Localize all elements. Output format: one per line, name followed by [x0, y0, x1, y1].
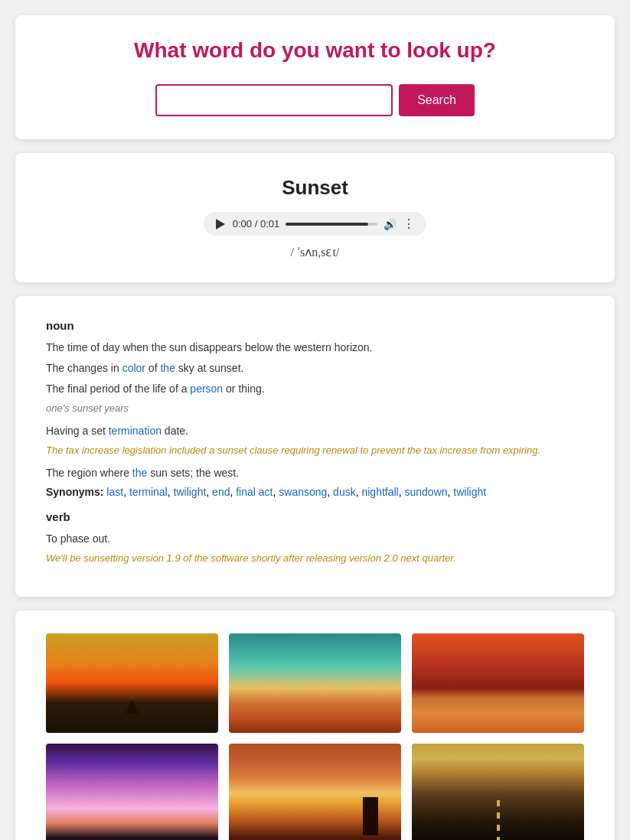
definition-1: The time of day when the sun disappears … [46, 340, 584, 356]
audio-time: 0:00 / 0:01 [233, 218, 279, 230]
definition-3: The final period of the life of a person… [46, 381, 584, 397]
synonym-nightfall[interactable]: nightfall [361, 486, 398, 498]
sunset-image-5 [229, 744, 401, 840]
noun-label: noun [46, 319, 584, 332]
progress-fill [286, 223, 368, 226]
volume-icon[interactable]: 🔊 [384, 218, 397, 230]
search-row: Search [46, 84, 584, 116]
sunset-image-2 [229, 633, 401, 733]
definitions-card: noun The time of day when the sun disapp… [15, 296, 615, 597]
search-title: What word do you want to look up? [46, 38, 584, 63]
synonym-list: last, terminal, twilight, end, final act… [106, 486, 486, 498]
synonym-sundown[interactable]: sundown [405, 486, 448, 498]
synonyms-row: Synonyms: last, terminal, twilight, end,… [46, 486, 584, 498]
verb-definition-1: To phase out. [46, 531, 584, 547]
play-icon [216, 219, 225, 230]
highlight-the: the [132, 467, 147, 479]
play-button[interactable] [214, 218, 227, 230]
search-button[interactable]: Search [399, 84, 475, 116]
synonym-swansong[interactable]: swansong [279, 486, 327, 498]
sunset-image-1 [46, 633, 218, 733]
synonym-last[interactable]: last [106, 486, 123, 498]
pronunciation: / ˈsʌnˌsɛt/ [46, 245, 584, 259]
highlight-color: color [122, 362, 145, 374]
more-options-icon[interactable]: ⋮ [403, 217, 416, 231]
word-card: Sunset 0:00 / 0:01 🔊 ⋮ / ˈsʌnˌsɛt/ [15, 153, 615, 282]
word-title: Sunset [46, 176, 584, 200]
search-input[interactable] [155, 84, 393, 116]
definition-2: The changes in color of the sky at sunse… [46, 360, 584, 376]
synonym-final-act[interactable]: final act [236, 486, 273, 498]
definition-4: Having a set termination date. [46, 423, 584, 439]
audio-player: 0:00 / 0:01 🔊 ⋮ [46, 212, 584, 236]
verb-label: verb [46, 510, 584, 523]
synonym-twilight-2[interactable]: twilight [453, 486, 486, 498]
definition-5: The region where the sun sets; the west. [46, 465, 584, 481]
synonym-terminal[interactable]: terminal [129, 486, 168, 498]
synonym-end[interactable]: end [212, 486, 230, 498]
sunset-image-4 [46, 744, 218, 840]
search-card: What word do you want to look up? Search [15, 15, 615, 139]
synonyms-label: Synonyms: [46, 486, 103, 498]
audio-widget[interactable]: 0:00 / 0:01 🔊 ⋮ [204, 212, 426, 236]
verb-example-1: We'll be sunsetting version 1.9 of the s… [46, 552, 584, 565]
sunset-image-3 [412, 633, 584, 733]
example-1: one's sunset years [46, 402, 584, 415]
synonym-dusk[interactable]: dusk [333, 486, 356, 498]
sunset-image-6 [412, 744, 584, 840]
synonym-twilight-1[interactable]: twilight [174, 486, 207, 498]
highlight-person: person [190, 383, 223, 395]
example-2: The tax increase legislation included a … [46, 444, 584, 457]
progress-bar[interactable] [286, 223, 377, 226]
image-grid [46, 633, 584, 840]
image-grid-card [15, 610, 615, 840]
highlight-of: the [160, 362, 175, 374]
highlight-termination: termination [109, 425, 162, 437]
